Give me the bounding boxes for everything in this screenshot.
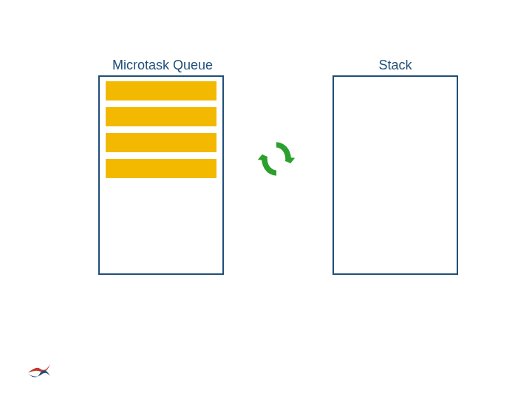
stack-box: [332, 75, 458, 275]
stack-label: Stack: [369, 58, 421, 73]
microtask-queue-box: [98, 75, 224, 275]
logo-icon: [27, 359, 52, 381]
queue-task: [106, 81, 216, 100]
queue-task: [106, 159, 216, 178]
queue-task: [106, 107, 216, 126]
microtask-queue-label: Microtask Queue: [111, 58, 214, 73]
cycle-icon: [254, 137, 299, 181]
queue-task: [106, 133, 216, 152]
